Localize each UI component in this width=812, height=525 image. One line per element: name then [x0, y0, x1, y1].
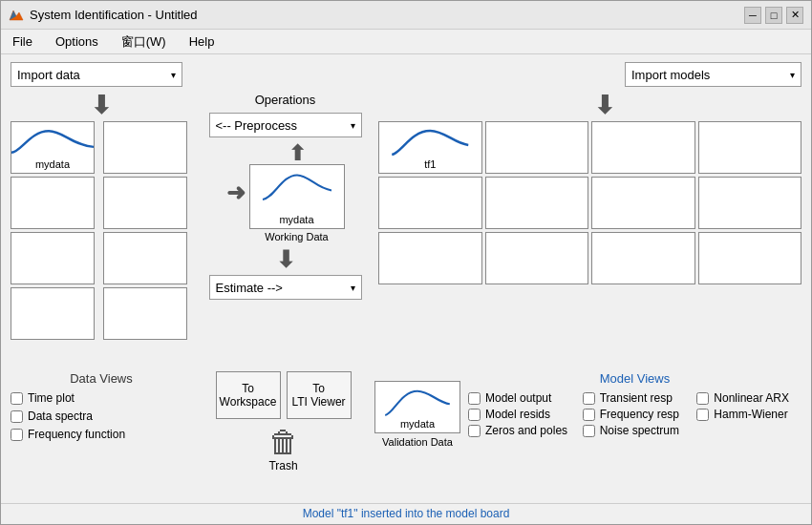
model-arrow-down: ⬇ — [378, 93, 801, 117]
data-cell-7[interactable] — [11, 287, 95, 340]
data-cell-4[interactable] — [103, 177, 187, 229]
model-cell-5[interactable] — [378, 177, 482, 229]
data-views-section: Data Views Time plot Data spectra Freque… — [11, 371, 192, 446]
main-window: System Identification - Untitled ─ □ ✕ F… — [0, 0, 812, 525]
freq-function-checkbox[interactable] — [11, 429, 23, 441]
model-cell-9[interactable] — [378, 232, 482, 284]
model-resids-label[interactable]: Model resids — [485, 408, 550, 421]
freq-resp-label[interactable]: Frequency resp — [600, 408, 679, 421]
data-cell-6[interactable] — [103, 232, 187, 284]
to-workspace-button[interactable]: To Workspace — [216, 371, 281, 419]
model-grid: tf1 — [378, 121, 801, 284]
data-panel: ⬇ mydata — [11, 93, 192, 366]
import-data-dropdown[interactable]: Import data ▾ — [11, 62, 182, 87]
status-bar: Model "tf1" inserted into the model boar… — [1, 503, 811, 524]
model-cell-7[interactable] — [591, 177, 695, 229]
import-data-arrow-icon: ▾ — [171, 70, 176, 80]
model-resids-checkbox[interactable] — [468, 409, 481, 421]
data-cell-mydata[interactable]: mydata — [11, 121, 95, 174]
working-data-name: mydata — [279, 214, 313, 225]
close-button[interactable]: ✕ — [786, 7, 803, 24]
model-views-grid: Model output Transient resp Nonlinear AR… — [468, 391, 801, 437]
ops-panel: Operations <-- Preprocess ▾ ➜ ⬆ mydata — [202, 93, 369, 366]
model-cell-3[interactable] — [591, 121, 695, 174]
estimate-dropdown[interactable]: Estimate --> ▾ — [209, 275, 362, 300]
model-cell-10[interactable] — [485, 232, 589, 284]
validation-curve — [375, 385, 459, 421]
zeros-poles-label[interactable]: Zeros and poles — [485, 424, 567, 437]
checkbox-zeros-poles: Zeros and poles — [468, 424, 573, 437]
checkbox-transient-resp: Transient resp — [583, 391, 688, 405]
window-controls: ─ □ ✕ — [744, 7, 803, 24]
preprocess-dropdown[interactable]: <-- Preprocess ▾ — [209, 113, 362, 137]
zeros-poles-checkbox[interactable] — [468, 425, 481, 437]
model-panel: ⬇ tf1 — [378, 93, 801, 366]
checkbox-time-plot: Time plot — [11, 391, 192, 405]
checkbox-freq-function: Frequency function — [11, 428, 192, 441]
checkbox-nonlinear-arx: Nonlinear ARX — [696, 391, 801, 405]
maximize-button[interactable]: □ — [765, 7, 782, 24]
down-arrow-icon: ⬇ — [276, 248, 295, 271]
import-models-dropdown[interactable]: Import models ▾ — [625, 62, 801, 87]
validation-label: Validation Data — [382, 436, 453, 448]
trash-section: 🗑 Trash — [268, 427, 299, 472]
model-output-checkbox[interactable] — [468, 392, 481, 405]
nonlinear-arx-label[interactable]: Nonlinear ARX — [714, 391, 789, 405]
nonlinear-arx-checkbox[interactable] — [696, 392, 709, 405]
data-cell-5[interactable] — [11, 232, 95, 284]
validation-data-cell[interactable]: mydata — [374, 381, 460, 433]
bottom-panel: Data Views Time plot Data spectra Freque… — [11, 371, 801, 495]
trash-label: Trash — [268, 459, 297, 472]
menu-file[interactable]: File — [9, 32, 36, 51]
main-panel: ⬇ mydata — [11, 93, 801, 366]
freq-resp-checkbox[interactable] — [583, 409, 595, 421]
model-cell-11[interactable] — [591, 232, 695, 284]
model-cell-8[interactable] — [698, 177, 802, 229]
data-spectra-checkbox[interactable] — [11, 410, 23, 423]
model-cell-label-tf1: tf1 — [424, 158, 436, 170]
menu-options[interactable]: Options — [52, 32, 102, 51]
data-spectra-label[interactable]: Data spectra — [28, 410, 93, 423]
data-curve-svg — [11, 126, 94, 159]
workspace-buttons: To Workspace To LTI Viewer — [216, 371, 352, 419]
window-title: System Identification - Untitled — [30, 8, 198, 22]
noise-spectrum-label[interactable]: Noise spectrum — [600, 424, 679, 437]
menu-bar: File Options 窗口(W) Help — [1, 30, 811, 54]
model-cell-tf1[interactable]: tf1 — [378, 121, 482, 174]
hamm-wiener-label[interactable]: Hamm-Wiener — [714, 408, 787, 421]
model-cell-6[interactable] — [485, 177, 589, 229]
data-cell-2[interactable] — [103, 121, 187, 174]
data-grid: mydata — [11, 121, 192, 340]
menu-help[interactable]: Help — [185, 32, 219, 51]
model-curve-tf1 — [379, 126, 481, 159]
data-cell-8[interactable] — [103, 287, 187, 340]
transient-resp-label[interactable]: Transient resp — [600, 391, 673, 405]
up-arrow-icon: ⬆ — [288, 143, 306, 164]
transient-resp-checkbox[interactable] — [583, 392, 595, 405]
hamm-wiener-checkbox[interactable] — [696, 409, 709, 421]
checkbox-freq-resp: Frequency resp — [583, 408, 688, 421]
title-bar: System Identification - Untitled ─ □ ✕ — [1, 1, 811, 30]
top-dropdowns-row: Import data ▾ Import models ▾ — [11, 62, 801, 87]
model-views-section: Model Views Model output Transient resp … — [468, 371, 801, 437]
ops-bottom: To Workspace To LTI Viewer 🗑 Trash — [200, 371, 367, 472]
checkbox-data-spectra: Data spectra — [11, 410, 192, 423]
time-plot-checkbox[interactable] — [11, 392, 23, 405]
model-cell-12[interactable] — [698, 232, 802, 284]
working-data-cell[interactable]: mydata — [249, 164, 345, 229]
checkbox-noise-spectrum: Noise spectrum — [583, 424, 688, 437]
model-cell-4[interactable] — [698, 121, 802, 174]
to-lti-viewer-button[interactable]: To LTI Viewer — [287, 371, 352, 419]
minimize-button[interactable]: ─ — [744, 7, 761, 24]
freq-function-label[interactable]: Frequency function — [28, 428, 125, 441]
data-cell-3[interactable] — [11, 177, 95, 229]
model-cell-2[interactable] — [485, 121, 589, 174]
data-arrow-down: ⬇ — [11, 93, 192, 117]
checkbox-model-resids: Model resids — [468, 408, 573, 421]
model-output-label[interactable]: Model output — [485, 391, 551, 405]
time-plot-label[interactable]: Time plot — [28, 391, 75, 405]
noise-spectrum-checkbox[interactable] — [583, 425, 595, 437]
data-views-title: Data Views — [11, 371, 192, 386]
trash-icon[interactable]: 🗑 — [268, 427, 299, 457]
menu-window[interactable]: 窗口(W) — [118, 32, 170, 52]
